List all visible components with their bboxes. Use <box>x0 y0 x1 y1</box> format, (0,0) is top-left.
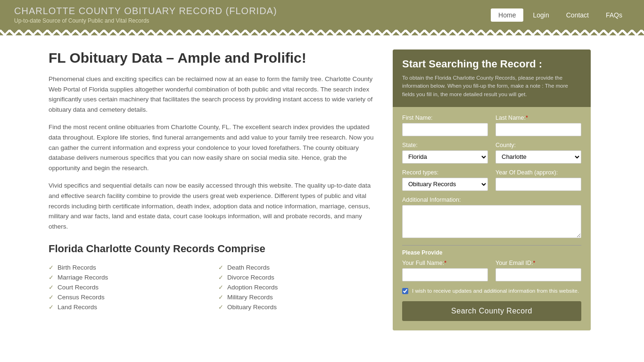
year-of-death-label: Year Of Death (approx): <box>495 169 581 176</box>
additional-info-group: Additional Information: <box>402 197 581 239</box>
form-header: Start Searching the Record : To obtain t… <box>393 49 591 107</box>
check-icon: ✓ <box>49 304 54 311</box>
records-col2: ✓ Death Records ✓ Divorce Records ✓ Adop… <box>218 263 379 312</box>
records-col1: ✓ Birth Records ✓ Marriage Records ✓ Cou… <box>49 263 209 312</box>
county-select[interactable]: Charlotte Broward Miami-Dade Orange <box>495 150 581 164</box>
email-required: * <box>533 260 535 266</box>
full-name-label: Your Full Name:* <box>402 260 488 266</box>
email-label-text: Your Email ID: <box>495 260 533 266</box>
records-grid: ✓ Birth Records ✓ Marriage Records ✓ Cou… <box>49 263 379 312</box>
list-item: ✓ Death Records <box>218 263 379 272</box>
last-name-label: Last Name:* <box>495 115 581 121</box>
site-title: CHARLOTTE COUNTY OBITUARY RECORD (FLORID… <box>14 6 277 16</box>
list-item: ✓ Land Records <box>49 302 209 312</box>
email-group: Your Email ID:* <box>495 260 581 281</box>
record-types-label: Record types: <box>402 169 488 176</box>
list-item: ✓ Divorce Records <box>218 272 379 282</box>
full-name-group: Your Full Name:* <box>402 260 488 281</box>
last-name-input[interactable] <box>495 123 581 136</box>
check-icon: ✓ <box>49 284 54 291</box>
paragraph-1: Phenomenal clues and exciting specifics … <box>49 74 379 115</box>
year-of-death-group: Year Of Death (approx): <box>495 169 581 191</box>
record-label: Death Records <box>227 264 270 271</box>
section-title: Florida Charlotte County Records Compris… <box>49 243 379 255</box>
record-label: Adoption Records <box>227 284 278 291</box>
newsletter-checkbox-row: I wish to receive updates and additional… <box>402 287 581 295</box>
check-icon: ✓ <box>218 264 223 271</box>
nav-login[interactable]: Login <box>525 8 556 22</box>
check-icon: ✓ <box>218 284 223 291</box>
site-subtitle: Up-to-date Source of County Public and V… <box>14 17 277 24</box>
list-item: ✓ Obituary Records <box>218 302 379 312</box>
record-label: Military Records <box>227 294 273 301</box>
check-icon: ✓ <box>218 294 223 301</box>
check-icon: ✓ <box>49 294 54 301</box>
state-select[interactable]: Florida Alabama Georgia Tennessee <box>402 150 488 164</box>
name-row: First Name: Last Name:* <box>402 115 581 136</box>
form-description: To obtain the Florida Charlotte County R… <box>402 74 581 99</box>
county-label: County: <box>495 142 581 148</box>
first-name-label: First Name: <box>402 115 488 121</box>
record-year-row: Record types: Obituary Records Birth Rec… <box>402 169 581 191</box>
state-label: State: <box>402 142 488 148</box>
title-suffix: (FLORIDA) <box>223 6 277 16</box>
check-icon: ✓ <box>49 264 54 271</box>
brand: CHARLOTTE COUNTY OBITUARY RECORD (FLORID… <box>14 6 277 24</box>
nav-faqs[interactable]: FAQs <box>598 8 630 22</box>
full-name-required: * <box>444 260 446 266</box>
paragraph-2: Find the most recent online obituaries f… <box>49 122 379 173</box>
contact-row: Your Full Name:* Your Email ID:* <box>402 260 581 281</box>
check-icon: ✓ <box>218 274 223 281</box>
year-of-death-input[interactable] <box>495 178 581 191</box>
record-label: Land Records <box>58 304 97 311</box>
last-name-label-text: Last Name: <box>495 115 526 121</box>
last-name-group: Last Name:* <box>495 115 581 136</box>
search-button[interactable]: Search County Record <box>402 301 581 321</box>
first-name-group: First Name: <box>402 115 488 136</box>
right-panel: Start Searching the Record : To obtain t… <box>393 49 591 330</box>
site-header: CHARLOTTE COUNTY OBITUARY RECORD (FLORID… <box>0 0 644 30</box>
record-label: Obituary Records <box>227 304 277 311</box>
record-label: Census Records <box>58 294 105 301</box>
list-item: ✓ Adoption Records <box>218 282 379 292</box>
additional-info-row: Additional Information: <box>402 197 581 239</box>
list-item: ✓ Birth Records <box>49 263 209 272</box>
last-name-required: * <box>526 115 528 121</box>
record-label: Marriage Records <box>58 274 108 281</box>
list-item: ✓ Census Records <box>49 292 209 302</box>
form-body: First Name: Last Name:* State: <box>393 107 591 330</box>
list-item: ✓ Court Records <box>49 282 209 292</box>
email-label: Your Email ID:* <box>495 260 581 266</box>
record-label: Divorce Records <box>227 274 274 281</box>
left-content: FL Obituary Data – Ample and Prolific! P… <box>49 49 379 330</box>
record-label: Birth Records <box>58 264 96 271</box>
email-input[interactable] <box>495 268 581 281</box>
form-title: Start Searching the Record : <box>402 58 581 70</box>
nav-contact[interactable]: Contact <box>559 8 596 22</box>
record-label: Court Records <box>58 284 99 291</box>
zigzag-divider <box>0 30 644 35</box>
paragraph-3: Vivid specifics and sequential details c… <box>49 181 379 231</box>
full-name-input[interactable] <box>402 268 488 281</box>
county-group: County: Charlotte Broward Miami-Dade Ora… <box>495 142 581 164</box>
record-types-group: Record types: Obituary Records Birth Rec… <box>402 169 488 191</box>
main-content: FL Obituary Data – Ample and Prolific! P… <box>39 35 605 345</box>
full-name-label-text: Your Full Name: <box>402 260 444 266</box>
record-types-select[interactable]: Obituary Records Birth Records Death Rec… <box>402 178 488 191</box>
search-form-container: Start Searching the Record : To obtain t… <box>393 49 591 330</box>
list-item: ✓ Military Records <box>218 292 379 302</box>
additional-info-label: Additional Information: <box>402 197 581 203</box>
state-county-row: State: Florida Alabama Georgia Tennessee… <box>402 142 581 164</box>
additional-info-textarea[interactable] <box>402 205 581 238</box>
nav-home[interactable]: Home <box>491 8 523 22</box>
newsletter-label: I wish to receive updates and additional… <box>412 287 579 295</box>
check-icon: ✓ <box>49 274 54 281</box>
title-main: CHARLOTTE COUNTY OBITUARY RECORD <box>14 6 223 16</box>
newsletter-checkbox[interactable] <box>402 288 408 294</box>
please-provide-label: Please Provide <box>402 249 581 256</box>
state-group: State: Florida Alabama Georgia Tennessee <box>402 142 488 164</box>
page-title: FL Obituary Data – Ample and Prolific! <box>49 49 379 66</box>
first-name-input[interactable] <box>402 123 488 136</box>
check-icon: ✓ <box>218 304 223 311</box>
main-nav: Home Login Contact FAQs <box>491 8 630 22</box>
